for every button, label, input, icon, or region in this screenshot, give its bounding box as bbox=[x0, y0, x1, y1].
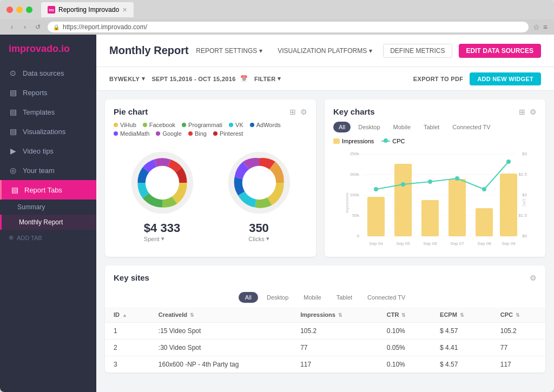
sidebar-subitem-monthly-report[interactable]: Monthly Report bbox=[0, 215, 96, 230]
svg-point-1 bbox=[145, 166, 179, 200]
add-new-widget-button[interactable]: ADD NEW WIDGET bbox=[470, 72, 541, 85]
define-metrics-button[interactable]: DEFINE METRICS bbox=[383, 44, 452, 58]
col-ecpm[interactable]: ECPM ⇅ bbox=[431, 307, 492, 323]
bar-sep08 bbox=[476, 208, 493, 236]
sidebar-item-label: Reports bbox=[23, 89, 48, 97]
cpc-label: CPC bbox=[392, 138, 405, 144]
tab-close-button[interactable]: ✕ bbox=[122, 6, 127, 14]
cpc-point-1 bbox=[374, 187, 378, 191]
mediamath-dot bbox=[114, 131, 118, 136]
export-pdf-button[interactable]: EXPORT TO PDF bbox=[413, 76, 463, 82]
grid-icon[interactable]: ⊞ bbox=[289, 108, 296, 116]
sidebar-item-reports[interactable]: ▤ Reports bbox=[0, 83, 96, 102]
sidebar-item-visualizations[interactable]: ▤ Visualizations bbox=[0, 122, 96, 141]
table-row: 2 :30 Video Spot 77 0.05% $ 4.41 77 bbox=[105, 340, 545, 356]
sites-tab-desktop[interactable]: Desktop bbox=[260, 292, 295, 303]
data-sources-icon: ⊙ bbox=[9, 69, 17, 77]
sidebar-item-data-sources[interactable]: ⊙ Data sources bbox=[0, 63, 96, 83]
add-tab-button[interactable]: ⊕ ADD TAB bbox=[0, 230, 96, 245]
legend-item-facebook: Facebook bbox=[143, 122, 175, 128]
sites-tab-tablet[interactable]: Tablet bbox=[330, 292, 359, 303]
clicks-value: 350 bbox=[248, 221, 269, 235]
tab-desktop[interactable]: Desktop bbox=[353, 122, 385, 132]
svg-text:50k: 50k bbox=[352, 213, 360, 218]
filter-button[interactable]: FILTER ▾ bbox=[254, 75, 281, 82]
browser-nav-buttons: ‹ › ↺ bbox=[6, 22, 43, 32]
sort-icon: ⇅ bbox=[460, 313, 464, 318]
sidebar-item-report-tabs[interactable]: ▤ Report Tabs bbox=[0, 180, 96, 200]
grid-icon[interactable]: ⊞ bbox=[519, 108, 525, 116]
legend-impressions: Impressions bbox=[333, 138, 374, 144]
cell-impressions: 105.2 bbox=[292, 323, 378, 340]
browser-tab[interactable]: im Reporting Improvado ✕ bbox=[41, 2, 134, 17]
tab-connected-tv[interactable]: Connected TV bbox=[447, 122, 496, 132]
sidebar-item-label: Templates bbox=[23, 108, 55, 116]
cpc-point-3 bbox=[428, 180, 432, 184]
url-text: https://report.improvado.com/ bbox=[63, 23, 147, 31]
sites-tab-all[interactable]: All bbox=[239, 292, 258, 303]
frequency-filter[interactable]: BYWEKLY ▾ bbox=[109, 75, 145, 82]
spent-pie-chart bbox=[127, 148, 197, 218]
maximize-button[interactable] bbox=[26, 6, 32, 13]
url-bar[interactable]: 🔒 https://report.improvado.com/ bbox=[48, 22, 529, 32]
svg-point-3 bbox=[242, 166, 275, 200]
cell-cpc: 117 bbox=[492, 356, 545, 373]
forward-button[interactable]: › bbox=[19, 22, 30, 32]
bookmark-icon[interactable]: ☆ bbox=[533, 23, 540, 31]
tab-tablet[interactable]: Tablet bbox=[418, 122, 445, 132]
sidebar-item-video-tips[interactable]: ▶ Video tips bbox=[0, 141, 96, 161]
sites-tab-connected-tv[interactable]: Connected TV bbox=[361, 292, 412, 303]
key-charts-header: Key charts ⊞ ⚙ bbox=[325, 99, 545, 122]
main-content: Monthly Report REPORT SETTINGS ▾ VISUALI… bbox=[96, 35, 554, 392]
sidebar-item-your-team[interactable]: ◎ Your team bbox=[0, 161, 96, 180]
sidebar-item-label: Video tips bbox=[23, 147, 54, 155]
svg-text:$2.5: $2.5 bbox=[518, 172, 527, 177]
refresh-button[interactable]: ↺ bbox=[32, 22, 43, 32]
sidebar-item-templates[interactable]: ▤ Templates bbox=[0, 102, 96, 122]
tab-mobile[interactable]: Mobile bbox=[388, 122, 416, 132]
visualizations-icon: ▤ bbox=[9, 127, 17, 136]
google-dot bbox=[156, 131, 160, 136]
sidebar-subitem-summary[interactable]: Summary bbox=[0, 200, 96, 215]
pinterest-label: Pinterest bbox=[220, 130, 243, 137]
templates-icon: ▤ bbox=[9, 108, 17, 116]
legend-item-mediamath: MediaMath bbox=[114, 130, 149, 137]
settings-icon[interactable]: ⚙ bbox=[530, 108, 537, 116]
tab-all[interactable]: All bbox=[333, 122, 351, 132]
omnibar-actions: ☆ ≡ bbox=[533, 23, 548, 31]
col-creativeid[interactable]: CreativeId ⇅ bbox=[150, 307, 292, 323]
filter-bar: BYWEKLY ▾ SEPT 15,2016 - OCT 15,2016 📅 F… bbox=[96, 67, 554, 91]
close-button[interactable] bbox=[6, 6, 13, 13]
key-charts-tabs: All Desktop Mobile Tablet Connected TV bbox=[325, 122, 545, 138]
minimize-button[interactable] bbox=[16, 6, 23, 13]
sort-icon: ⇅ bbox=[401, 313, 406, 318]
report-settings-button[interactable]: REPORT SETTINGS ▾ bbox=[192, 44, 267, 57]
col-id[interactable]: ID ▲ bbox=[105, 307, 150, 323]
edit-data-sources-button[interactable]: EDIT DATA SOURCES bbox=[459, 44, 541, 58]
date-range-filter[interactable]: SEPT 15,2016 - OCT 15,2016 📅 bbox=[151, 75, 247, 82]
your-team-icon: ◎ bbox=[9, 166, 17, 175]
back-button[interactable]: ‹ bbox=[6, 22, 17, 32]
bar-sep07 bbox=[449, 179, 466, 236]
key-charts-title: Key charts bbox=[333, 107, 375, 116]
svg-text:$3: $3 bbox=[522, 151, 527, 156]
col-cpc[interactable]: CPC ⇅ bbox=[492, 307, 545, 323]
legend-item-bing: Bing bbox=[188, 130, 207, 137]
settings-icon[interactable]: ⚙ bbox=[530, 274, 537, 282]
col-ctr[interactable]: CTR ⇅ bbox=[378, 307, 431, 323]
col-impressions[interactable]: Impressions ⇅ bbox=[292, 307, 378, 323]
header-actions: REPORT SETTINGS ▾ VISUALIZATION PLATFORM… bbox=[192, 44, 541, 58]
visualization-platforms-button[interactable]: VISUALIZATION PLATFORMS ▾ bbox=[273, 44, 377, 57]
cell-ctr: 0.05% bbox=[378, 340, 431, 356]
menu-icon[interactable]: ≡ bbox=[543, 23, 548, 31]
sites-tab-mobile[interactable]: Mobile bbox=[297, 292, 327, 303]
date-range-label: SEPT 15,2016 - OCT 15,2016 bbox=[151, 76, 235, 82]
sidebar-item-label: Visualizations bbox=[23, 128, 65, 136]
settings-icon[interactable]: ⚙ bbox=[300, 108, 307, 116]
add-tab-label: ADD TAB bbox=[17, 235, 42, 241]
svg-text:100k: 100k bbox=[350, 192, 360, 197]
pie-legend: ViHub Facebook Programmati bbox=[105, 122, 316, 142]
sidebar-navigation: ⊙ Data sources ▤ Reports ▤ Templates ▤ V… bbox=[0, 63, 96, 392]
viz-platforms-label: VISUALIZATION PLATFORMS bbox=[278, 47, 367, 55]
sidebar-item-label: Report Tabs bbox=[24, 186, 62, 194]
